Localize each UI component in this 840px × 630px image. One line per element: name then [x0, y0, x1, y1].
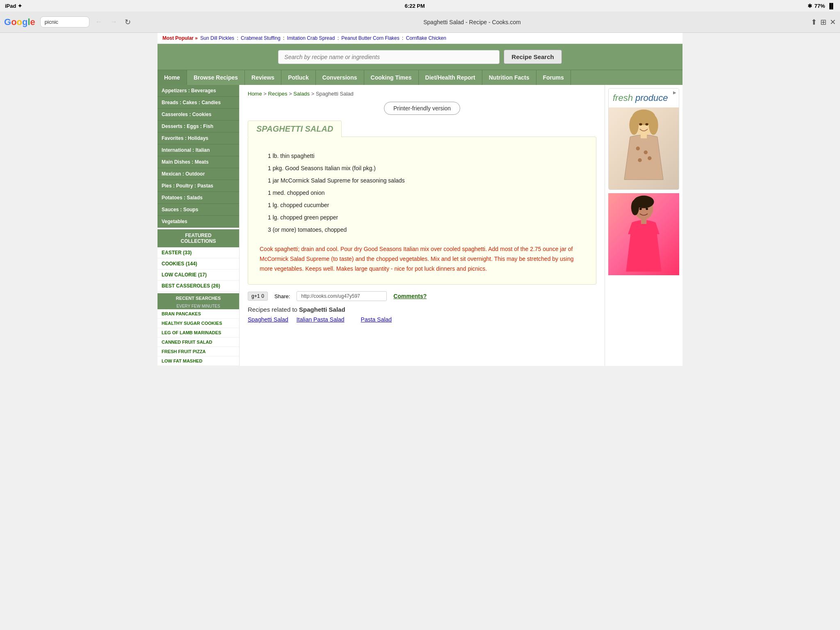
printer-btn-row: Printer-friendly version — [248, 102, 596, 115]
popular-link-5[interactable]: Cornflake Chicken — [406, 35, 446, 41]
nav-diet-health[interactable]: Diet/Health Report — [419, 70, 482, 85]
sidebar-item-favorites[interactable]: Favorites : Holidays — [158, 132, 239, 144]
nav-potluck[interactable]: Potluck — [281, 70, 316, 85]
recent-item-bran[interactable]: BRAN PANCAKES — [158, 309, 239, 319]
sidebar-item-international[interactable]: International : Italian — [158, 144, 239, 156]
page-title: Spaghetti Salad - Recipe - Cooks.com — [137, 19, 808, 25]
search-header: Recipe Search — [158, 44, 682, 70]
sidebar-item-casseroles[interactable]: Casseroles : Cookies — [158, 109, 239, 121]
featured-item-cookies[interactable]: COOKIES (144) — [158, 258, 239, 269]
breadcrumb-recipes[interactable]: Recipes — [268, 91, 288, 97]
nav-forums[interactable]: Forums — [536, 70, 571, 85]
sidebar-categories: Appetizers : Beverages Breads : Cakes : … — [158, 85, 239, 228]
share-row: g+1 0 Share: Comments? — [248, 291, 596, 301]
recipe-directions: Cook spaghetti; drain and cool. Pour dry… — [258, 241, 586, 277]
battery-level: 77% — [815, 3, 825, 9]
nav-reviews[interactable]: Reviews — [245, 70, 281, 85]
recipe-ingredients: 1 lb. thin spaghetti 1 pkg. Good Seasons… — [258, 144, 586, 241]
sidebar-item-appetizers[interactable]: Appetizers : Beverages — [158, 85, 239, 97]
tabs-button[interactable]: ⊞ — [820, 18, 826, 27]
ad-top: ▶ fresh produce — [609, 89, 679, 107]
popular-link-3[interactable]: Imitation Crab Spread — [287, 35, 335, 41]
related-link-3[interactable]: Pasta Salad — [361, 316, 392, 323]
browser-chrome: Google picnic ← → ↻ Spaghetti Salad - Re… — [0, 11, 840, 33]
breadcrumb-home[interactable]: Home — [248, 91, 262, 97]
gplus-button[interactable]: g+1 0 — [248, 292, 268, 301]
back-button[interactable]: ← — [93, 17, 105, 27]
svg-point-2 — [629, 115, 639, 135]
nav-browse[interactable]: Browse Recipes — [187, 70, 245, 85]
svg-point-13 — [631, 199, 639, 215]
svg-point-6 — [638, 158, 642, 162]
popular-link-1[interactable]: Sun Dill Pickles — [200, 35, 234, 41]
recent-item-low-fat[interactable]: LOW FAT MASHED — [158, 356, 239, 366]
featured-item-easter[interactable]: EASTER (33) — [158, 247, 239, 258]
svg-point-5 — [644, 151, 648, 155]
recent-searches-header: RECENT SEARCHES — [158, 293, 239, 303]
related-title-bold: Spaghetti Salad — [299, 306, 345, 313]
popular-link-2[interactable]: Crabmeat Stuffing — [241, 35, 281, 41]
related-recipes: Recipes related to Spaghetti Salad Spagh… — [248, 306, 596, 323]
featured-collections-header: FEATUREDCOLLECTIONS — [158, 229, 239, 247]
breadcrumb: Home > Recipes > Salads > Spaghetti Sala… — [248, 91, 596, 97]
close-button[interactable]: ✕ — [830, 18, 836, 27]
sidebar-item-desserts[interactable]: Desserts : Eggs : Fish — [158, 121, 239, 132]
share-button[interactable]: ⬆ — [811, 18, 817, 27]
sidebar-item-potatoes[interactable]: Potatoes : Salads — [158, 192, 239, 204]
breadcrumb-salads[interactable]: Salads — [293, 91, 310, 97]
popular-link-4[interactable]: Peanut Butter Corn Flakes — [341, 35, 399, 41]
svg-point-4 — [636, 146, 640, 151]
left-sidebar: Appetizers : Beverages Breads : Cakes : … — [158, 85, 240, 366]
browser-actions: ⬆ ⊞ ✕ — [811, 18, 836, 27]
recent-item-sugar-cookies[interactable]: HEALTHY SUGAR COOKIES — [158, 319, 239, 328]
featured-item-casseroles[interactable]: BEST CASSEROLES (26) — [158, 281, 239, 292]
nav-conversions[interactable]: Conversions — [316, 70, 364, 85]
svg-point-16 — [646, 208, 648, 210]
gplus-label: g+1 — [251, 293, 260, 299]
nav-cooking-times[interactable]: Cooking Times — [364, 70, 419, 85]
ad-image-1[interactable] — [609, 107, 679, 189]
svg-point-9 — [639, 123, 642, 126]
related-links: Spaghetti Salad Italian Pasta Salad Past… — [248, 316, 596, 323]
ingredient-2: 1 pkg. Good Seasons Italian mix (foil pk… — [268, 162, 576, 174]
nav-home[interactable]: Home — [158, 70, 187, 85]
refresh-button[interactable]: ↻ — [122, 17, 133, 27]
svg-rect-14 — [641, 219, 646, 224]
ingredient-6: 1 lg. chopped green pepper — [268, 212, 576, 223]
forward-button[interactable]: → — [107, 17, 120, 27]
search-input[interactable] — [278, 50, 500, 64]
google-logo: Google — [4, 17, 35, 27]
svg-point-7 — [648, 156, 652, 160]
content-wrapper: Appetizers : Beverages Breads : Cakes : … — [158, 85, 682, 366]
sidebar-item-pies[interactable]: Pies : Poultry : Pastas — [158, 180, 239, 192]
recent-item-lamb[interactable]: LEG OF LAMB MARINADES — [158, 328, 239, 338]
sidebar-item-vegetables[interactable]: Vegetables — [158, 216, 239, 228]
sidebar-item-main-dishes[interactable]: Main Dishes : Meats — [158, 156, 239, 168]
printer-friendly-button[interactable]: Printer-friendly version — [384, 102, 460, 115]
nav-buttons: ← → ↻ — [93, 17, 133, 27]
ipad-label: iPad ✦ — [5, 3, 22, 9]
sidebar-item-mexican[interactable]: Mexican : Outdoor — [158, 168, 239, 180]
ingredient-7: 3 (or more) tomatoes, chopped — [268, 224, 576, 235]
related-link-2[interactable]: Italian Pasta Salad — [297, 316, 345, 323]
sidebar-item-sauces[interactable]: Sauces : Soups — [158, 204, 239, 216]
nav-nutrition[interactable]: Nutrition Facts — [482, 70, 536, 85]
url-bar[interactable]: picnic — [40, 16, 89, 27]
search-button[interactable]: Recipe Search — [504, 50, 562, 64]
recent-item-fruit-salad[interactable]: CANNED FRUIT SALAD — [158, 338, 239, 347]
comments-link[interactable]: Comments? — [393, 293, 427, 299]
svg-point-10 — [645, 123, 648, 126]
ad-container-1: ▶ fresh produce — [608, 88, 679, 190]
ad-container-2[interactable] — [608, 193, 679, 275]
ingredient-3: 1 jar McCormick Salad Supreme for season… — [268, 175, 576, 186]
share-label: Share: — [274, 293, 290, 299]
share-url-input[interactable] — [297, 291, 387, 301]
sidebar-item-breads[interactable]: Breads : Cakes : Candies — [158, 97, 239, 109]
breadcrumb-current: Spaghetti Salad — [316, 91, 354, 97]
popular-links: Sun Dill Pickles : Crabmeat Stuffing : I… — [199, 35, 447, 41]
recent-item-fruit-pizza[interactable]: FRESH FRUIT PIZZA — [158, 347, 239, 356]
featured-item-low-calorie[interactable]: LOW CALORIE (17) — [158, 269, 239, 281]
related-title-prefix: Recipes related to — [248, 306, 299, 313]
related-link-1[interactable]: Spaghetti Salad — [248, 316, 288, 323]
recipe-card: SPAGHETTI SALAD 1 lb. thin spaghetti 1 p… — [248, 121, 596, 285]
